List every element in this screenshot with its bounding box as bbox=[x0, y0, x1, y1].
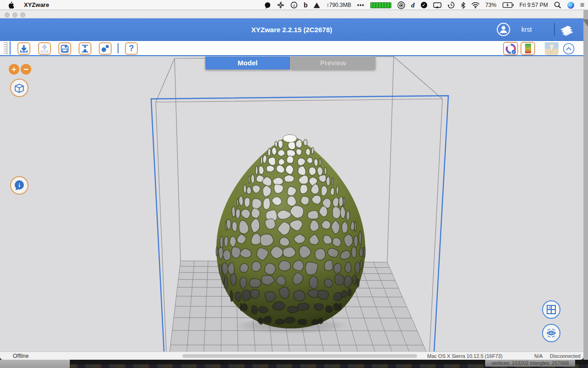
view-tabs: Model Preview bbox=[205, 57, 375, 69]
menu-status-icons: i b ↕790.3MB ••• d ✓ 73% Fri 9:57 PM ≡ bbox=[264, 0, 584, 10]
battery-percent: 73% bbox=[486, 2, 497, 8]
status-offline: Offline bbox=[13, 353, 28, 359]
xyz-logo bbox=[560, 24, 575, 36]
backblaze-icon[interactable]: b bbox=[304, 1, 308, 9]
cube-icon bbox=[13, 82, 25, 94]
titlebar-divider bbox=[554, 23, 555, 36]
bottom-desktop-strip: vertices: 103202 triangles: 207668 bbox=[0, 360, 588, 368]
import-button[interactable] bbox=[17, 42, 30, 55]
grid-window-icon bbox=[546, 304, 557, 315]
eye-icon bbox=[545, 327, 557, 339]
save-button[interactable] bbox=[58, 42, 71, 55]
zoom-button[interactable] bbox=[20, 12, 25, 17]
tab-model[interactable]: Model bbox=[205, 57, 290, 69]
pinwheel-icon[interactable] bbox=[277, 1, 284, 9]
build-plate-scene[interactable] bbox=[0, 56, 583, 351]
svg-text:✓: ✓ bbox=[512, 50, 515, 54]
info-bubble-icon: i bbox=[13, 179, 25, 191]
preview-disabled-icon bbox=[545, 42, 559, 55]
toolbar-separator bbox=[118, 43, 119, 53]
notification-center-icon[interactable]: ≡ bbox=[580, 1, 584, 9]
tab-preview[interactable]: Preview bbox=[291, 57, 375, 69]
model-stats-tooltip: vertices: 103202 triangles: 207668 bbox=[485, 360, 575, 367]
view-mode-button[interactable] bbox=[542, 324, 560, 342]
time-machine-icon[interactable] bbox=[447, 1, 455, 9]
toolbar: ? ✓ bbox=[0, 40, 583, 56]
menu-app-name[interactable]: XYZware bbox=[24, 1, 49, 8]
printer-status-icon: ✓ bbox=[505, 43, 516, 54]
ruler-icon bbox=[4, 42, 7, 54]
preview-disabled-button bbox=[544, 42, 559, 55]
import-icon bbox=[19, 44, 28, 53]
3d-viewport[interactable]: Model Preview + − i bbox=[0, 56, 583, 351]
battery-icon[interactable] bbox=[503, 2, 514, 8]
user-chip[interactable]: krst bbox=[497, 18, 532, 40]
chevron-up-icon bbox=[563, 43, 575, 55]
apple-menu-icon[interactable] bbox=[8, 1, 15, 9]
siri-icon[interactable] bbox=[567, 2, 574, 9]
horizontal-scrollbar[interactable] bbox=[182, 354, 417, 358]
toolbar-left-divider bbox=[10, 41, 11, 55]
airplay-display-icon[interactable] bbox=[433, 2, 441, 8]
info-button[interactable]: i bbox=[10, 176, 28, 195]
user-avatar-icon[interactable] bbox=[497, 23, 510, 36]
chat-bubble-icon[interactable] bbox=[264, 2, 271, 9]
app-title-bar: XYZware 2.2.15 (2C2678) bbox=[0, 18, 583, 40]
printer-status-button[interactable]: ✓ bbox=[503, 42, 518, 55]
info-circle-icon[interactable]: i bbox=[290, 1, 298, 9]
svg-text:i: i bbox=[18, 182, 20, 189]
status-os-version: Mac OS X Sierra 10.12.5 (16F73) bbox=[427, 353, 503, 359]
zoom-out-button[interactable]: − bbox=[21, 64, 31, 75]
collapse-toolbar-button[interactable] bbox=[561, 42, 576, 55]
gears-icon bbox=[100, 44, 110, 54]
status-na: N/A bbox=[534, 353, 543, 359]
activity-meter-icon[interactable] bbox=[370, 2, 391, 8]
desktop: XYZware i b ↕790.3MB ••• d ✓ 73% Fri 9:5… bbox=[0, 0, 588, 368]
export-button[interactable] bbox=[38, 42, 51, 55]
export-icon bbox=[40, 44, 49, 53]
scale-view-button[interactable] bbox=[542, 300, 560, 319]
help-icon: ? bbox=[129, 44, 134, 53]
window-shadow-corner bbox=[0, 360, 70, 368]
settings-button[interactable] bbox=[99, 42, 112, 55]
svg-text:i: i bbox=[294, 3, 295, 8]
filament-status-button[interactable] bbox=[520, 42, 535, 55]
view-cube-button[interactable] bbox=[10, 79, 28, 97]
username: krst bbox=[521, 26, 532, 33]
printer-icon bbox=[80, 44, 90, 53]
window-titlebar-strip bbox=[0, 10, 583, 18]
menu-clock[interactable]: Fri 9:57 PM bbox=[520, 2, 548, 8]
desktop-edge bbox=[583, 10, 588, 360]
filament-level-icon bbox=[525, 44, 531, 53]
status-connection: Disconnected bbox=[550, 353, 581, 359]
close-button[interactable] bbox=[5, 12, 10, 17]
bluetooth-icon[interactable] bbox=[461, 2, 465, 9]
spotlight-search-icon[interactable] bbox=[554, 1, 561, 9]
ellipsis-icon[interactable]: ••• bbox=[357, 2, 365, 8]
print-button[interactable] bbox=[79, 42, 91, 55]
help-button[interactable]: ? bbox=[125, 42, 138, 55]
window-title: XYZware 2.2.15 (2C2678) bbox=[0, 26, 583, 34]
wifi-icon[interactable] bbox=[471, 2, 480, 8]
save-icon bbox=[60, 44, 69, 53]
docker-icon[interactable]: d bbox=[411, 1, 415, 9]
menu-bar: XYZware i b ↕790.3MB ••• d ✓ 73% Fri 9:5… bbox=[0, 0, 588, 10]
memory-indicator[interactable]: ↕790.3MB bbox=[326, 2, 351, 8]
zoom-in-button[interactable]: + bbox=[9, 64, 19, 75]
airport-icon[interactable] bbox=[397, 1, 405, 9]
minimize-button[interactable] bbox=[12, 12, 17, 17]
status-bar: Offline Mac OS X Sierra 10.12.5 (16F73) … bbox=[0, 351, 583, 360]
google-drive-icon[interactable] bbox=[313, 2, 320, 8]
checkmark-circle-icon[interactable]: ✓ bbox=[421, 2, 427, 8]
